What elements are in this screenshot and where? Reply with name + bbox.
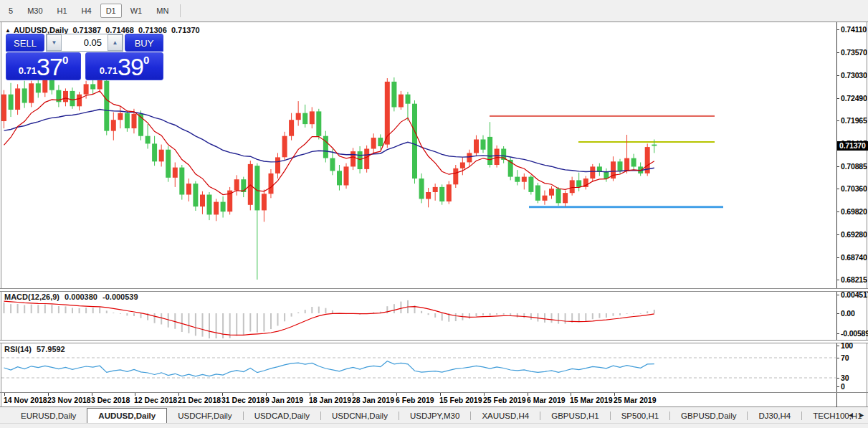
axis-tick: [836, 234, 839, 235]
volume-decrease-button[interactable]: ▼: [47, 34, 62, 51]
rsi-tick-label: 0: [841, 382, 845, 391]
timeframe-button-h1[interactable]: H1: [52, 4, 73, 18]
date-tick-label: 14 Nov 2018: [4, 396, 47, 404]
date-tick-label: 12 Dec 2018: [134, 396, 177, 404]
date-axis-tick: [571, 393, 571, 396]
axis-tick: [836, 211, 839, 212]
date-tick-label: 6 Mar 2019: [527, 396, 566, 404]
macd-tick-label: -0.005899: [841, 329, 868, 338]
ask-prefix: 0.71: [100, 65, 118, 76]
timeframe-button-w1[interactable]: W1: [125, 4, 148, 18]
chart-tab-sp500-h1[interactable]: SP500,H1: [611, 408, 669, 423]
bid-main-digits: 37: [37, 53, 62, 80]
volume-control: ▼ 0.05 ▲: [46, 34, 123, 52]
axis-tick: [836, 313, 839, 314]
ohlc-close: 0.71370: [171, 26, 200, 34]
price-tick-label: 0.72490: [841, 94, 867, 103]
toolbar-separator: [180, 4, 181, 17]
date-tick-label: 25 Feb 2019: [483, 396, 526, 404]
sell-button[interactable]: SELL: [6, 34, 44, 52]
macd-tick-label: 0.004517: [841, 290, 868, 299]
price-tick-label: 0.74110: [841, 25, 867, 34]
axis-tick: [836, 98, 839, 99]
axis-tick: [836, 257, 839, 258]
price-tick-label: 0.69280: [841, 230, 867, 239]
date-axis-tick: [310, 393, 310, 396]
axis-tick: [836, 29, 839, 30]
date-tick-label: 15 Mar 2019: [570, 396, 613, 404]
price-tick-label: 0.69820: [841, 207, 867, 216]
chart-tab-gbpusd-daily[interactable]: GBPUSD,Daily: [670, 408, 747, 423]
macd-value-main: 0.000380: [65, 293, 97, 301]
chart-tab-usdcad-daily[interactable]: USDCAD,Daily: [244, 408, 320, 423]
tab-scroll-right-button[interactable]: ►: [859, 410, 865, 420]
date-tick-label: 6 Feb 2019: [396, 396, 434, 404]
date-tick-label: 25 Mar 2019: [614, 396, 657, 404]
date-axis-tick: [614, 393, 615, 396]
ask-price-button[interactable]: 0.71390: [85, 52, 163, 80]
date-tick-label: 28 Jan 2019: [352, 396, 394, 404]
chart-tab-usdchf-daily[interactable]: USDCHF,Daily: [167, 408, 242, 423]
axis-tick: [836, 295, 839, 295]
axis-tick: [836, 280, 839, 280]
chart-tabbar: EURUSD,DailyAUDUSD,DailyUSDCHF,DailyUSDC…: [0, 408, 868, 423]
window-border: [1, 22, 1, 407]
timeframe-button-d1[interactable]: D1: [100, 4, 122, 18]
panel-divider[interactable]: [0, 340, 868, 343]
rsi-value: 57.9592: [37, 345, 65, 353]
price-tick-label: 0.68740: [841, 253, 867, 262]
axis-tick: [836, 378, 839, 379]
timeframe-button-h4[interactable]: H4: [76, 4, 97, 18]
one-click-trading-panel: SELL ▼ 0.05 ▲ BUY 0.71370 0.71390: [6, 34, 163, 80]
macd-tick-label: 0.00: [841, 309, 855, 318]
axis-tick: [836, 386, 839, 387]
date-axis-tick: [48, 393, 49, 396]
chart-tab-usdjpy-m30[interactable]: USDJPY,M30: [399, 408, 470, 423]
axis-tick: [836, 333, 839, 334]
timeframe-button-mn[interactable]: MN: [151, 4, 174, 18]
date-axis-tick: [528, 393, 528, 396]
date-axis-tick: [92, 393, 92, 396]
price-tick-label: 0.68215: [841, 275, 867, 284]
axis-tick: [836, 358, 839, 358]
date-axis-tick: [222, 393, 223, 396]
timeframe-toolbar: 5M30H1H4D1W1MN: [0, 0, 868, 22]
macd-value-signal: -0.000539: [102, 293, 138, 301]
price-tick-label: 0.73030: [841, 71, 867, 80]
tab-scroll-left-button[interactable]: ◄: [847, 410, 854, 420]
timeframe-button-5[interactable]: 5: [3, 4, 19, 18]
date-axis-tick: [135, 393, 135, 396]
date-axis-tick: [484, 393, 485, 396]
timeframe-button-m30[interactable]: M30: [22, 4, 48, 18]
macd-title: MACD(12,26,9): [4, 293, 59, 301]
chart-tab-eurusd-daily[interactable]: EURUSD,Daily: [10, 408, 87, 423]
date-tick-label: 23 Nov 2018: [47, 396, 91, 404]
rsi-tick-label: 100: [841, 341, 853, 350]
date-axis-tick: [440, 393, 441, 396]
panel-divider[interactable]: [0, 288, 868, 292]
date-tick-label: 18 Jan 2019: [309, 396, 351, 404]
rsi-tick-label: 70: [841, 353, 849, 362]
chart-tab-audusd-daily[interactable]: AUDUSD,Daily: [87, 408, 167, 423]
date-tick-label: 9 Jan 2019: [265, 396, 303, 404]
rsi-tick-label: 30: [841, 374, 849, 382]
price-tick-label: 0.73570: [841, 48, 867, 57]
date-axis-tick: [266, 393, 267, 396]
collapse-triangle-icon[interactable]: ▲: [5, 27, 11, 34]
bid-price-button[interactable]: 0.71370: [6, 52, 81, 80]
axis-tick: [836, 346, 839, 346]
chart-tab-gbpusd-h1[interactable]: GBPUSD,H1: [540, 408, 609, 423]
axis-tick: [836, 189, 839, 189]
axis-tick: [836, 75, 839, 76]
panel-divider: [0, 392, 868, 393]
buy-button[interactable]: BUY: [125, 34, 163, 52]
chart-tab-dj30-h4[interactable]: DJ30,H4: [748, 408, 801, 423]
axis-tick: [836, 166, 839, 167]
chart-tab-usdcnh-daily[interactable]: USDCNH,Daily: [321, 408, 399, 423]
tab-scroll-buttons: ◄ ►: [847, 410, 865, 420]
rsi-title: RSI(14): [4, 345, 32, 353]
current-price-badge: 0.71370: [837, 141, 868, 151]
volume-input[interactable]: 0.05: [62, 34, 108, 51]
volume-increase-button[interactable]: ▲: [108, 34, 123, 51]
chart-tab-xauusd-h4[interactable]: XAUUSD,H4: [471, 408, 540, 423]
